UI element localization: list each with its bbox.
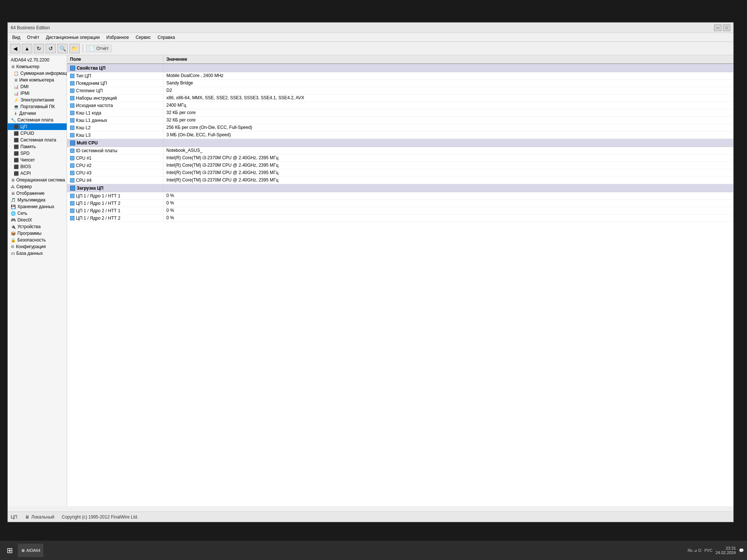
chipset-icon: ⬛	[14, 158, 19, 163]
menu-otchet[interactable]: Отчёт	[24, 34, 42, 41]
row-cache-l1-data: Кэш L1 данных 32 КБ per core	[67, 117, 733, 124]
sidebar-label-security: Безопасность	[17, 237, 46, 243]
back-button[interactable]: ◀	[10, 44, 20, 53]
field-cache-l2: Кэш L2	[67, 124, 163, 131]
value-cpu-core2-htt2: 0 %	[163, 214, 733, 221]
cpu-icon: ⬛	[14, 124, 19, 129]
menu-servis[interactable]: Сервис	[133, 34, 154, 41]
sidebar-item-database[interactable]: 🗃 База данных	[8, 250, 67, 257]
minimize-button[interactable]: —	[714, 24, 721, 31]
sidebar-item-computername[interactable]: 🖥 Имя компьютера	[8, 77, 67, 83]
sidebar-item-cpu[interactable]: ⬛ ЦП	[8, 123, 67, 130]
refresh-button[interactable]: ↻	[34, 44, 44, 53]
sidebar-item-cpuid[interactable]: ⬛ CPUID	[8, 130, 67, 137]
sidebar-item-display[interactable]: 🖥 Отображение	[8, 190, 67, 197]
value-cpu3: Intel(R) Core(TM) i3-2370M CPU @ 2.40GHz…	[163, 169, 733, 176]
sidebar-item-config[interactable]: ⚙ Конфигурация	[8, 243, 67, 250]
section-multi-cpu-value	[163, 139, 733, 147]
cpu3-icon	[70, 171, 74, 175]
up-button[interactable]: ▲	[22, 44, 32, 53]
cache-l1-data-icon	[70, 118, 74, 123]
taskbar-app-button[interactable]: 🖥 AIDA64	[18, 544, 43, 557]
section-multi-cpu-field: Multi CPU	[67, 139, 163, 147]
value-cpu-freq: 2400 МГц	[163, 102, 733, 109]
language-indicator: РУС	[704, 548, 713, 553]
sidebar-item-motherboard[interactable]: ⬛ Системная плата	[8, 137, 67, 143]
sidebar-item-summary[interactable]: 📋 Суммарная информация	[8, 70, 67, 77]
sidebar-label-motherboard-group: Системная плата	[17, 117, 53, 123]
field-cpu-type: Тип ЦП	[67, 72, 163, 79]
cache-l1-code-icon	[70, 111, 74, 115]
network-icon: 🌐	[11, 211, 16, 216]
row-cpu2: CPU #2 Intel(R) Core(TM) i3-2370M CPU @ …	[67, 162, 733, 169]
status-local-label: Локальный	[31, 514, 54, 520]
search-button[interactable]: 🔍	[57, 44, 68, 53]
board-id-icon	[70, 149, 74, 153]
sidebar-item-power[interactable]: ⚡ Электропитание	[8, 97, 67, 103]
sidebar-item-os[interactable]: 🖥 Операционная система	[8, 177, 67, 183]
start-button[interactable]: ⊞	[3, 544, 16, 557]
core1-htt1-icon	[70, 194, 74, 198]
sidebar-label-network: Сеть	[17, 211, 27, 216]
sensors-icon: 🌡	[14, 111, 18, 116]
menu-distant[interactable]: Дистанционные операции	[43, 34, 103, 41]
folder-button[interactable]: 📁	[69, 44, 80, 53]
field-board-id: ID системной платы	[67, 147, 163, 154]
value-board-id: Notebook_ASUS_	[163, 147, 733, 154]
row-cpu1: CPU #1 Intel(R) Core(TM) i3-2370M CPU @ …	[67, 154, 733, 162]
ipmi-icon: 📊	[14, 91, 19, 96]
sidebar-item-sensors[interactable]: 🌡 Датчики	[8, 110, 67, 117]
computer-icon: 🖥	[11, 64, 15, 69]
sidebar-label-storage: Хранение данных	[17, 204, 54, 209]
sidebar-label-memory: Память	[20, 144, 36, 149]
sidebar-item-multimedia[interactable]: 🎵 Мультимедиа	[8, 197, 67, 203]
sidebar-item-chipset[interactable]: ⬛ Чипсет	[8, 157, 67, 163]
menu-spravka[interactable]: Справка	[155, 34, 178, 41]
maximize-button[interactable]: □	[723, 24, 730, 31]
sidebar-item-dmi[interactable]: 📊 DMI	[8, 83, 67, 90]
window-controls: — □	[714, 24, 730, 31]
cpu4-icon	[70, 178, 74, 183]
sidebar-item-memory[interactable]: ⬛ Память	[8, 143, 67, 150]
notification-icon[interactable]: 💬	[739, 548, 744, 553]
mobo-icon: ⬛	[14, 138, 19, 143]
value-cpu-core1-htt1: 0 %	[163, 192, 733, 199]
sidebar-item-spd[interactable]: ⬛ SPD	[8, 150, 67, 157]
value-cpu2: Intel(R) Core(TM) i3-2370M CPU @ 2.40GHz…	[163, 162, 733, 169]
field-cache-l3: Кэш L3	[67, 131, 163, 139]
report-label: 📄 Отчёт	[86, 45, 112, 52]
sidebar-item-acpi[interactable]: ⬛ ACPI	[8, 170, 67, 177]
cpu-stepping-icon	[70, 89, 74, 93]
sidebar-item-devices[interactable]: 🔌 Устройства	[8, 223, 67, 230]
value-cpu-alias: Sandy Bridge	[163, 80, 733, 87]
refresh2-button[interactable]: ↺	[46, 44, 56, 53]
sidebar-item-directx[interactable]: 🎮 DirectX	[8, 217, 67, 223]
sidebar-item-bios[interactable]: ⬛ BIOS	[8, 163, 67, 170]
row-cache-l2: Кэш L2 256 КБ per core (On-Die, ECC, Ful…	[67, 124, 733, 131]
menu-vid[interactable]: Вид	[9, 34, 23, 41]
sidebar-item-computer[interactable]: 🖥 Компьютер	[8, 63, 67, 70]
field-cpu4: CPU #4	[67, 177, 163, 184]
sidebar-label-database: База данных	[16, 251, 43, 256]
sidebar-item-laptop[interactable]: 💻 Портативный ПК	[8, 103, 67, 110]
sidebar-label-sensors: Датчики	[19, 111, 36, 116]
sidebar-item-motherboard-group[interactable]: 🔧 Системная плата	[8, 117, 67, 123]
sidebar-item-storage[interactable]: 💾 Хранение данных	[8, 203, 67, 210]
sidebar-item-network[interactable]: 🌐 Сеть	[8, 210, 67, 217]
section-cpu-load-field: Загрузка ЦП	[67, 184, 163, 192]
status-local-icon: 🖥	[25, 514, 29, 520]
row-cpu4: CPU #4 Intel(R) Core(TM) i3-2370M CPU @ …	[67, 177, 733, 184]
sidebar-item-ipmi[interactable]: 📊 IPMI	[8, 90, 67, 97]
field-cache-l1-data: Кэш L1 данных	[67, 117, 163, 124]
value-cpu1: Intel(R) Core(TM) i3-2370M CPU @ 2.40GHz…	[163, 154, 733, 161]
sidebar-item-security[interactable]: 🔒 Безопасность	[8, 237, 67, 243]
sidebar-label-software: Программы	[17, 231, 42, 236]
field-cpu-stepping: Степпинг ЦП	[67, 87, 163, 94]
menu-izbrannoe[interactable]: Избранное	[103, 34, 132, 41]
status-bar: ЦП 🖥 Локальный Copyright (c) 1995-2012 F…	[8, 511, 733, 522]
sidebar-label-summary: Суммарная информация	[20, 71, 67, 76]
sidebar-label-computer: Компьютер	[16, 64, 39, 69]
sidebar-item-server[interactable]: 🖧 Сервер	[8, 183, 67, 190]
menu-bar: Вид Отчёт Дистанционные операции Избранн…	[8, 33, 733, 42]
sidebar-item-software[interactable]: 📦 Программы	[8, 230, 67, 237]
